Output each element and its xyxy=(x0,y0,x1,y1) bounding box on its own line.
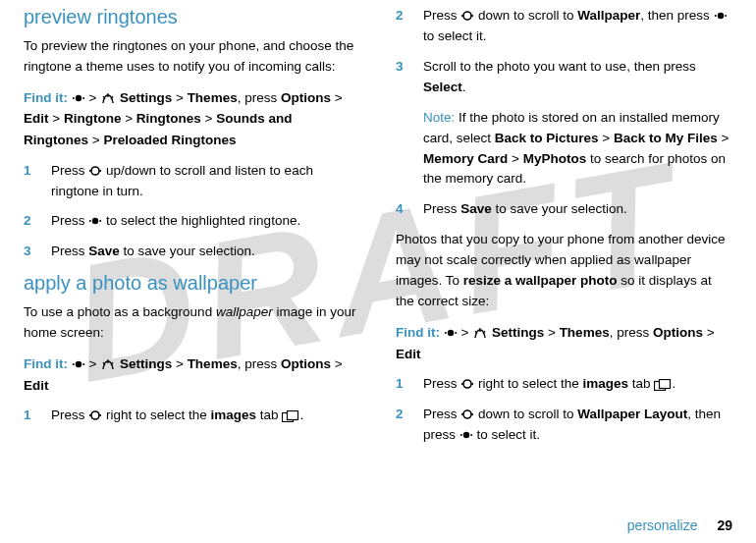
bold-label: Edit xyxy=(396,347,421,361)
text: tab xyxy=(628,376,654,391)
text: Press xyxy=(423,8,460,23)
center-key-icon xyxy=(72,91,85,105)
text: . xyxy=(299,407,303,422)
gt: > xyxy=(599,131,614,145)
bold-body: resize a wallpaper photo xyxy=(463,273,618,288)
text: to select it. xyxy=(473,427,540,442)
step-body: Press down to scroll to Wallpaper Layout… xyxy=(423,405,732,446)
step-body: Press Save to save your selection. xyxy=(51,242,360,262)
text: right to select the xyxy=(102,407,210,422)
svg-point-13 xyxy=(89,414,91,416)
svg-point-0 xyxy=(76,95,81,101)
step-body: Press right to select the images tab . xyxy=(51,406,360,426)
text: Press xyxy=(51,213,88,228)
step-body: Scroll to the photo you want to use, the… xyxy=(423,57,732,98)
gt: > xyxy=(548,325,556,340)
note-label: Note: xyxy=(423,110,455,125)
svg-point-35 xyxy=(460,434,462,436)
svg-point-25 xyxy=(455,332,457,334)
section-heading: apply a photo as wallpaper xyxy=(24,272,360,295)
find-it-block: Find it: > Settings > Themes, press Opti… xyxy=(24,87,360,151)
svg-point-18 xyxy=(461,15,463,17)
bold-label: Preloaded Ringtones xyxy=(103,133,236,147)
text: Press xyxy=(51,407,88,422)
bold-label: Back to Pictures xyxy=(495,131,599,145)
bold-label: Settings xyxy=(120,356,172,371)
svg-point-2 xyxy=(82,97,84,99)
svg-point-9 xyxy=(76,361,81,367)
find-it-block: Find it: > Settings > Themes, press Opti… xyxy=(396,322,732,364)
text: Press xyxy=(423,376,460,391)
svg-point-34 xyxy=(463,432,469,438)
center-key-icon xyxy=(72,357,85,371)
step-body: Press up/down to scroll and listen to ea… xyxy=(51,161,360,202)
nav-ring-icon xyxy=(460,9,474,23)
gt: > xyxy=(335,90,343,105)
text: , then press xyxy=(640,8,713,23)
find-it-label: Find it: xyxy=(396,325,440,340)
center-key-icon xyxy=(444,326,458,340)
bold-label: Edit xyxy=(24,111,49,126)
bold-label: Wallpaper xyxy=(577,8,640,23)
text: Press xyxy=(423,407,460,421)
settings-icon xyxy=(100,357,116,371)
text: to save your selection. xyxy=(120,244,255,258)
footer-section-label: personalize xyxy=(627,517,698,533)
text: , press xyxy=(238,356,278,371)
text: , press xyxy=(610,325,650,340)
text: down to scroll to xyxy=(474,407,577,421)
bold-label: Settings xyxy=(120,90,172,105)
step-number: 1 xyxy=(24,406,37,426)
gt: > xyxy=(52,111,60,126)
images-tab-icon xyxy=(282,410,299,422)
svg-point-10 xyxy=(73,363,75,365)
svg-rect-16 xyxy=(288,411,298,420)
gt: > xyxy=(718,131,729,145)
gt: > xyxy=(125,111,133,126)
step-number: 2 xyxy=(24,211,37,232)
step-row: 2 Press down to scroll to Wallpaper Layo… xyxy=(396,405,732,446)
text: Press xyxy=(423,201,460,216)
bold-label: Save xyxy=(88,244,120,258)
step-body: Press right to select the images tab . xyxy=(423,374,732,395)
bold-label: Save xyxy=(460,201,492,216)
text: . xyxy=(462,80,466,94)
svg-point-21 xyxy=(714,15,716,17)
nav-ring-icon xyxy=(460,407,474,421)
svg-point-3 xyxy=(91,167,99,175)
svg-rect-30 xyxy=(660,380,671,389)
note-block: Note: If the photo is stored on an insta… xyxy=(423,108,732,190)
text: , press xyxy=(238,90,278,105)
step-number: 2 xyxy=(396,6,409,47)
svg-point-36 xyxy=(470,434,472,436)
nav-ring-icon xyxy=(88,164,102,178)
page-footer: personalize29 xyxy=(627,517,732,533)
gt: > xyxy=(205,111,213,126)
text: to save your selection. xyxy=(492,201,627,216)
text: down to scroll to xyxy=(474,8,577,23)
gt: > xyxy=(176,90,184,105)
bold-label: Themes xyxy=(188,356,238,371)
text: Press xyxy=(51,244,88,258)
nav-ring-icon xyxy=(460,377,474,391)
step-row: 1 Press right to select the images tab . xyxy=(396,374,732,395)
gt: > xyxy=(508,151,522,166)
nav-ring-icon xyxy=(88,408,102,422)
svg-point-32 xyxy=(461,413,463,415)
center-key-icon xyxy=(459,428,473,442)
bold-label: Themes xyxy=(560,325,610,340)
gt: > xyxy=(335,356,343,371)
find-it-label: Find it: xyxy=(24,356,68,371)
settings-icon xyxy=(472,326,488,340)
bold-label: Ringtones xyxy=(136,111,201,126)
bold-label: Edit xyxy=(24,378,49,393)
images-tab-icon xyxy=(654,379,672,391)
svg-point-26 xyxy=(463,380,471,388)
step-number: 1 xyxy=(396,374,409,395)
svg-point-22 xyxy=(725,15,727,17)
bold-label: Options xyxy=(281,90,331,105)
svg-point-4 xyxy=(89,170,91,172)
svg-point-11 xyxy=(82,363,84,365)
step-row: 1 Press up/down to scroll and listen to … xyxy=(24,161,360,202)
section-heading: preview ringtones xyxy=(24,6,360,28)
